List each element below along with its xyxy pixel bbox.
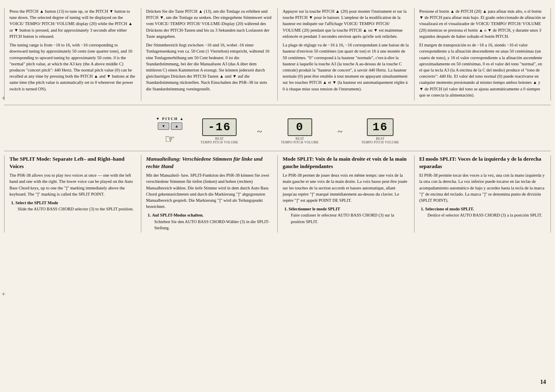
col-spanish-para1: Presione el botón ▲ de PITCH (20) ▲ para… — [419, 8, 546, 39]
col-english-para2: The tuning range is from −16 to 16, with… — [9, 42, 136, 92]
bottom-col-german: Manualteilung: Verschiedene Stimmen für … — [141, 155, 278, 233]
bottom-col-german-body: Mit der Manualteil- bzw. SPLIT-Funktion … — [146, 172, 273, 210]
bottom-col-french: Mode SPLIT: Voix de la main droite et vo… — [278, 155, 415, 233]
margin-marks: + + — [2, 0, 5, 392]
list-label: Sélectionner le mode SPLIT — [289, 207, 341, 211]
bottom-col-spanish-heading: El modo SPLIT: Voces de la izquierda y d… — [419, 155, 546, 170]
top-text-section: Press the PITCH ▲ button (13) to tune up… — [4, 8, 551, 105]
bottom-col-spanish-list: 1. Seleccione el modo SPLIT. Deslice el … — [421, 206, 546, 218]
bottom-col-english: The SPLIT Mode: Separate Left– and Right… — [4, 155, 141, 233]
list-label: Seleccione el modo SPLIT. — [425, 207, 474, 211]
bottom-col-german-heading: Manualteilung: Verschiedene Stimmen für … — [146, 155, 273, 170]
bottom-col-german-list: 1. Auf SPLIT-Modus schalten. Schieben Si… — [148, 212, 273, 231]
col-french-para1: Appuyer sur la touche PITCH ▲ (20) pour … — [283, 8, 409, 39]
bottom-col-english-heading: The SPLIT Mode: Separate Left– and Right… — [9, 155, 136, 170]
display-center-label: BEATTEMPO PITCH VOLUME — [281, 137, 319, 144]
wave-right: ~ — [335, 126, 345, 137]
list-item: 1. Seleccione el modo SPLIT. Deslice el … — [421, 206, 546, 218]
bottom-col-spanish: El modo SPLIT: Voces de la izquierda y d… — [415, 155, 551, 233]
bottom-text-section: The SPLIT Mode: Separate Left– and Right… — [4, 151, 551, 233]
bottom-col-english-list: 1. Select the SPLIT Mode Slide the AUTO … — [11, 200, 136, 212]
list-num: 1. — [421, 207, 424, 211]
list-num: 1. — [11, 201, 14, 205]
col-french: Appuyer sur la touche PITCH ▲ (20) pour … — [278, 8, 415, 101]
wave-left: ~ — [255, 126, 265, 137]
pitch-btn-row: ▼ ▲ — [158, 122, 182, 130]
list-sub: Schieben Sie den AUTO BASS CHORD-Wähler … — [154, 219, 273, 231]
page-number: 14 — [540, 379, 546, 385]
page: + + Press the PITCH ▲ button (13) to tun… — [0, 0, 555, 392]
pitch-control-diagram: ▼ PITCH ▲ ▼ ▲ ☞ — [156, 117, 184, 146]
bottom-col-spanish-body: El PSR-38 permite tocar dos voces a la v… — [419, 172, 546, 203]
display-right-label: BEATTEMPO PITCH VOLUME — [362, 137, 399, 144]
col-spanish: Presione el botón ▲ de PITCH (20) ▲ para… — [415, 8, 551, 101]
bottom-col-french-body: Le PSR-38 permet de jouer deux voix en m… — [283, 172, 409, 203]
pitch-btn-up: ▲ — [171, 122, 182, 130]
display-left-label: BEATTEMPO PITCH VOLUME — [200, 137, 238, 144]
col-french-para2: La plage de réglage va de −16 à 16, −16 … — [283, 42, 409, 92]
hand-icon: ☞ — [165, 132, 175, 146]
col-english-para1: Press the PITCH ▲ button (13) to tune up… — [9, 8, 136, 39]
list-num: 1. — [148, 213, 151, 217]
lcd-display-right: 16 — [367, 118, 394, 136]
list-label: Auf SPLIT-Modus schalten. — [152, 213, 203, 217]
display-left: -16 BEATTEMPO PITCH VOLUME — [200, 118, 238, 144]
list-item: 1. Auf SPLIT-Modus schalten. Schieben Si… — [148, 212, 273, 231]
bottom-col-french-list: 1. Sélectionner le mode SPLIT Faire coul… — [284, 206, 409, 225]
col-english: Press the PITCH ▲ button (13) to tune up… — [4, 8, 141, 101]
display-right: 16 BEATTEMPO PITCH VOLUME — [362, 118, 399, 144]
col-german: Drücken Sie die Taste PITCH ▲ (13), um d… — [141, 8, 278, 101]
margin-mark-bottom: + — [2, 291, 5, 298]
margin-mark-top: + — [2, 95, 5, 102]
list-item: 1. Sélectionner le mode SPLIT Faire coul… — [284, 206, 409, 225]
col-german-para2: Der Stimmbereich liegt zwischen −16 und … — [146, 42, 273, 92]
pitch-label: ▼ PITCH ▲ — [156, 117, 184, 121]
list-sub: Deslice el selector AUTO BASS CHORD (3) … — [428, 212, 546, 218]
lcd-display-left: -16 — [202, 118, 237, 136]
bottom-col-french-heading: Mode SPLIT: Voix de la main droite et vo… — [283, 155, 409, 170]
list-num: 1. — [284, 207, 288, 211]
list-sub: Slide the AUTO BASS CHORD selector (3) t… — [18, 206, 136, 212]
col-spanish-para2: El margen de transposición es de −16 a 1… — [419, 42, 546, 98]
list-item: 1. Select the SPLIT Mode Slide the AUTO … — [11, 200, 136, 212]
bottom-col-english-body: The PSR-38 allows you to play two voices… — [9, 172, 136, 197]
col-german-para1: Drücken Sie die Taste PITCH ▲ (13), um d… — [146, 8, 273, 39]
list-sub: Faire coulisser le sélecteur AUTO BASS C… — [291, 212, 409, 224]
diagram-section: ▼ PITCH ▲ ▼ ▲ ☞ -16 BEATTEMPO PITCH VOLU… — [4, 109, 551, 149]
list-label: Select the SPLIT Mode — [16, 201, 58, 205]
lcd-display-center: 0 — [288, 118, 312, 136]
display-center: 0 BEATTEMPO PITCH VOLUME — [281, 118, 319, 144]
pitch-btn-down: ▼ — [158, 122, 169, 130]
